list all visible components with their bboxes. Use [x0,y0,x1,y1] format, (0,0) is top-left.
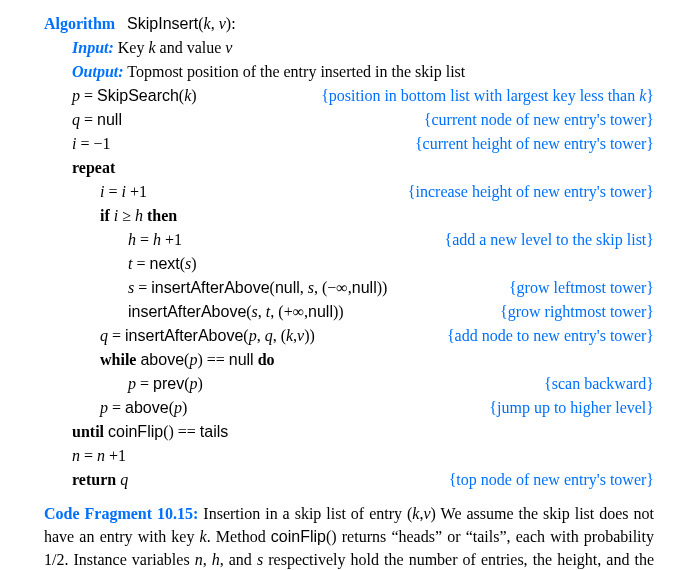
comment: {add a new level to the skip list} [436,228,654,252]
op: = [80,111,97,128]
op: = [132,255,149,272]
var: q [72,111,80,128]
text: Topmost position of the entry inserted i… [124,63,466,80]
fn: insertAfterAbove [125,327,243,344]
op: = [80,87,97,104]
var: q [120,471,128,488]
var: v [423,505,430,522]
code-line: s = insertAfterAbove(null, s, (−∞,null))… [44,276,654,300]
var: k [286,327,293,344]
var: h [135,207,143,224]
fn: above [140,351,184,368]
comment: {grow rightmost tower} [492,300,654,324]
keyword-input: Input: [72,39,114,56]
code-line: if i ≥ h then [44,204,654,228]
paren: )) [304,327,315,344]
fn: next [149,255,179,272]
var: h [128,231,136,248]
code-line: i = −1 {current height of new entry's to… [44,132,654,156]
comma: , [203,551,212,568]
keyword: if [100,207,114,224]
text: , (+∞, [270,303,308,320]
op: = [134,279,151,296]
var: v [225,39,232,56]
var: n [195,551,203,568]
output-line: Output: Topmost position of the entry in… [44,60,654,84]
comment: {top node of new entry's tower} [441,468,654,492]
null: null [229,351,254,368]
fn: insertAfterAbove [151,279,269,296]
comment: {add node to new entry's tower} [439,324,654,348]
text: Key [114,39,149,56]
code-line: while above(p) == null do [44,348,654,372]
keyword: do [254,351,275,368]
comment: {jump up to higher level} [481,396,654,420]
fn: coinFlip [271,528,326,545]
keyword: repeat [72,159,115,176]
code-line: until coinFlip() == tails [44,420,654,444]
keyword: return [72,471,120,488]
text: , and [220,551,257,568]
op: +1 [126,183,147,200]
code-line: repeat [44,156,654,180]
paren: ) [191,87,196,104]
input-line: Input: Key k and value v [44,36,654,60]
fn: above [125,399,169,416]
var: h [153,231,161,248]
code-line: return q {top node of new entry's tower} [44,468,654,492]
fn: coinFlip [108,423,163,440]
op: = [136,375,153,392]
code-line: q = insertAfterAbove(p, q, (k,v)) {add n… [44,324,654,348]
op: = −1 [76,135,110,152]
text: . Method [207,528,271,545]
paren: ): [226,15,236,32]
comma: , [211,15,219,32]
var: p [174,399,182,416]
var: q [265,327,273,344]
code-line: p = above(p) {jump up to higher level} [44,396,654,420]
op: = [104,183,121,200]
var: q [100,327,108,344]
arg-k: k [204,15,211,32]
op: = [80,447,97,464]
null: null [275,279,300,296]
text: , ( [273,327,286,344]
keyword: then [143,207,177,224]
code-line: n = n +1 [44,444,654,468]
fn: SkipSearch [97,87,179,104]
op: = [108,399,125,416]
text: , (−∞, [314,279,352,296]
var: p [249,327,257,344]
comma: , [258,303,266,320]
keyword: until [72,423,108,440]
alg-name: SkipInsert [127,15,198,32]
comment: {grow leftmost tower} [501,276,654,300]
paren: ) [182,399,187,416]
var: p [128,375,136,392]
algorithm-header: Algorithm SkipInsert(k, v): [44,12,654,36]
paren: ) [191,255,196,272]
var: h [212,551,220,568]
code-line: p = SkipSearch(k) {position in bottom li… [44,84,654,108]
keyword-output: Output: [72,63,124,80]
fn: prev [153,375,184,392]
comment: {scan backward} [536,372,654,396]
var: k [200,528,207,545]
var: p [72,87,80,104]
var: k [148,39,155,56]
comma: , [257,327,265,344]
code-line: i = i +1 {increase height of new entry's… [44,180,654,204]
caption: Code Fragment 10.15: Insertion in a skip… [44,502,654,570]
text: Insertion in a skip list of entry ( [198,505,412,522]
paren: )) [377,279,388,296]
keyword: while [100,351,140,368]
var: p [100,399,108,416]
null: null [308,303,333,320]
var: n [97,447,105,464]
op: = [108,327,125,344]
null: null [97,111,122,128]
op: () == [163,423,200,440]
op: ≥ [118,207,135,224]
text: and value [156,39,226,56]
comma: , [300,279,308,296]
